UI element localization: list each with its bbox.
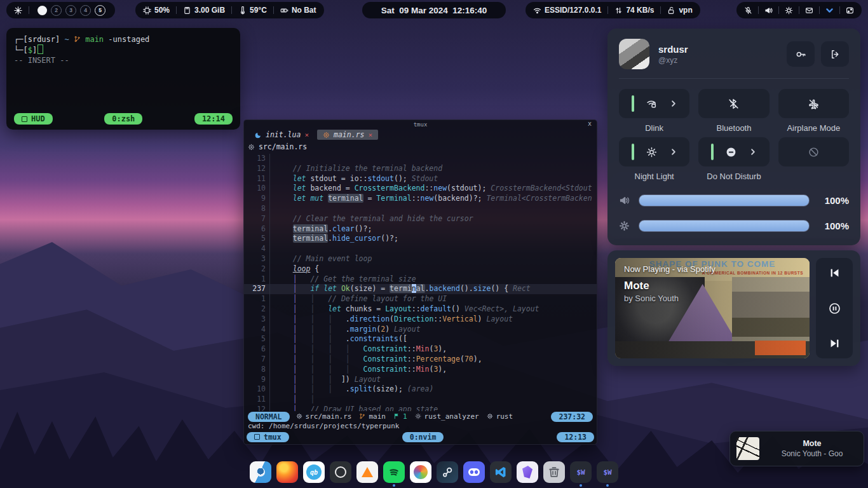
chevron-right-icon[interactable] [670, 100, 677, 107]
next-track-button[interactable] [829, 337, 841, 349]
code-line[interactable]: 5 terminal.hide_cursor()?; [244, 234, 597, 244]
code-line[interactable]: 8 [244, 204, 597, 214]
code-line[interactable]: 1 │ │ // Define layout for the UI [244, 294, 597, 304]
brightness-slider[interactable] [639, 220, 810, 232]
workspace-4[interactable]: 4 [80, 5, 91, 16]
dock-sw-terminal-2[interactable]: $W [597, 461, 618, 487]
code-line[interactable]: 2 loop { [244, 264, 597, 274]
code-line[interactable]: 7 // Clear the terminal and hide the cur… [244, 214, 597, 224]
chevron-right-icon[interactable] [749, 148, 757, 156]
code-line[interactable]: 11 │ │ [244, 395, 597, 405]
skip-back-icon [829, 267, 841, 279]
workspace-2[interactable]: 2 [51, 5, 62, 16]
tab-main-rs[interactable]: main.rs × [317, 130, 378, 140]
dock-obsidian[interactable] [517, 461, 538, 487]
previous-track-button[interactable] [829, 267, 841, 279]
toggle-night-light[interactable] [619, 137, 689, 166]
toggle-do-not-disturb[interactable] [698, 137, 769, 166]
code-line[interactable]: 2 │ │ let chunks = Layout::default() Vec… [244, 304, 597, 315]
code-line[interactable]: 3 │ │ │ .direction(Direction::Vertical) … [244, 315, 597, 325]
dock-firefox[interactable] [276, 461, 298, 487]
dock-discord[interactable] [463, 461, 485, 487]
workspace-3[interactable]: 3 [65, 5, 76, 16]
code-line[interactable]: 12 // Initialize the terminal backend [244, 164, 597, 174]
code-line[interactable]: 4 │ │ │ .margin(2) Layout [244, 325, 597, 335]
flag-icon [393, 412, 400, 421]
sw-terminal-1-icon: $W [570, 461, 592, 483]
lua-file-icon [255, 132, 262, 139]
speaker-icon[interactable] [764, 6, 773, 15]
hud-session-pill[interactable]: HUD [14, 113, 53, 125]
code-line[interactable]: 7 │ │ │ │ Constraint::Percentage(70), [244, 355, 597, 365]
code-line[interactable]: 4 [244, 244, 597, 254]
code-line[interactable]: 6 │ │ │ │ Constraint::Min(3), [244, 344, 597, 355]
volume-slider[interactable] [639, 194, 810, 207]
code-line[interactable]: 13 [244, 154, 597, 164]
settings-gear-icon[interactable] [785, 6, 793, 15]
tab-init-lua[interactable]: init.lua × [249, 130, 315, 140]
line-number: 7 [244, 214, 270, 224]
cpu-widget[interactable]: 50% [143, 6, 170, 15]
tab-close-icon[interactable]: × [304, 131, 309, 139]
lock-keys-button[interactable] [787, 41, 815, 67]
code-line[interactable]: 5 │ │ │ .constraints([ [244, 334, 597, 344]
code-line[interactable]: 1 │ // Get the terminal size [244, 274, 597, 285]
dock-vscode[interactable] [490, 461, 512, 487]
chevron-right-icon[interactable] [670, 148, 677, 156]
netspeed-widget[interactable]: 74 KB/s [614, 6, 654, 15]
track-artist: by Sonic Youth [624, 294, 679, 303]
dock-qbittorrent[interactable]: qb [303, 461, 325, 487]
toggle-airplane-mode[interactable] [778, 89, 849, 118]
zsh-window-pill[interactable]: 0:zsh [104, 113, 142, 125]
code-line[interactable]: 3 // Main event loop [244, 254, 597, 264]
temperature-widget[interactable]: 59°C [238, 6, 267, 15]
tab-close-icon[interactable]: × [368, 131, 372, 139]
mail-icon[interactable] [805, 6, 813, 15]
dock-vlc[interactable] [356, 461, 378, 487]
workspace-5[interactable]: 5 [95, 5, 105, 16]
line-number: 11 [244, 395, 270, 405]
code-line[interactable]: 10 let backend = CrosstermBackend::new(s… [244, 184, 597, 194]
tmux-window-pill[interactable]: 0:nvim [402, 432, 444, 442]
code-line[interactable]: 6 terminal.clear()?; [244, 224, 597, 234]
code-line[interactable]: 9 let mut terminal = Terminal::new(backe… [244, 194, 597, 204]
code-line[interactable]: 12 │ // Draw UI based on app state [244, 405, 597, 411]
dock-spotify[interactable] [383, 461, 405, 487]
code-line[interactable]: 9 │ │ │ ]) Layout [244, 375, 597, 385]
editor-window[interactable]: tmux x init.lua × main.rs × src/main.rs … [243, 119, 597, 445]
wifi-widget[interactable]: ESSID/127.0.0.1 [533, 6, 601, 15]
logo-icon[interactable] [14, 6, 22, 15]
wifi-icon [533, 6, 541, 15]
dock-file-manager[interactable] [250, 461, 271, 487]
dock-obs[interactable] [330, 461, 351, 487]
terminal-window[interactable]: ┌─[srdusr] ~ main -unstaged└─[$]-- INSER… [6, 28, 240, 130]
tmux-session-pill[interactable]: tmux [247, 432, 289, 442]
dock-photos[interactable] [410, 461, 431, 487]
dock-sw-terminal-1[interactable]: $W [570, 461, 592, 487]
notification-popup[interactable]: Mote Sonic Youth - Goo [729, 431, 864, 466]
window-close-button[interactable]: x [588, 120, 592, 127]
line-number: 10 [244, 384, 270, 395]
discord-icon [463, 461, 485, 483]
microphone-muted-icon[interactable] [744, 6, 752, 15]
toggle-bluetooth[interactable] [698, 89, 769, 118]
display-switcher-icon[interactable] [846, 6, 854, 15]
statusline-branch: main [359, 412, 386, 421]
pause-button[interactable] [829, 302, 841, 315]
vpn-widget[interactable]: vpn [667, 6, 692, 15]
workspace-1[interactable] [37, 6, 47, 15]
toggle-blocked[interactable] [778, 137, 849, 166]
code-line[interactable]: 10 │ │ │ .split(size); (area) [244, 384, 597, 395]
code-line[interactable]: 11 let stdout = io::stdout(); Stdout [244, 174, 597, 184]
chevron-down-icon[interactable] [825, 6, 834, 15]
code-line[interactable]: 8 │ │ │ │ Constraint::Min(3), [244, 365, 597, 375]
toggle-dlink[interactable] [619, 89, 689, 118]
code-line[interactable]: 237 │ if let Ok(size) = terminal.backend… [244, 284, 597, 294]
battery-widget[interactable]: No Bat [280, 6, 316, 15]
code-area: 1312 // Initialize the terminal backend1… [244, 152, 597, 411]
logout-button[interactable] [821, 41, 849, 67]
dock-trash[interactable] [543, 461, 565, 487]
memory-widget[interactable]: 3.00 GiB [183, 6, 225, 15]
clock-pill[interactable]: Sat 09 Mar 2024 12:16:40 [362, 2, 506, 18]
dock-steam[interactable] [437, 461, 458, 487]
